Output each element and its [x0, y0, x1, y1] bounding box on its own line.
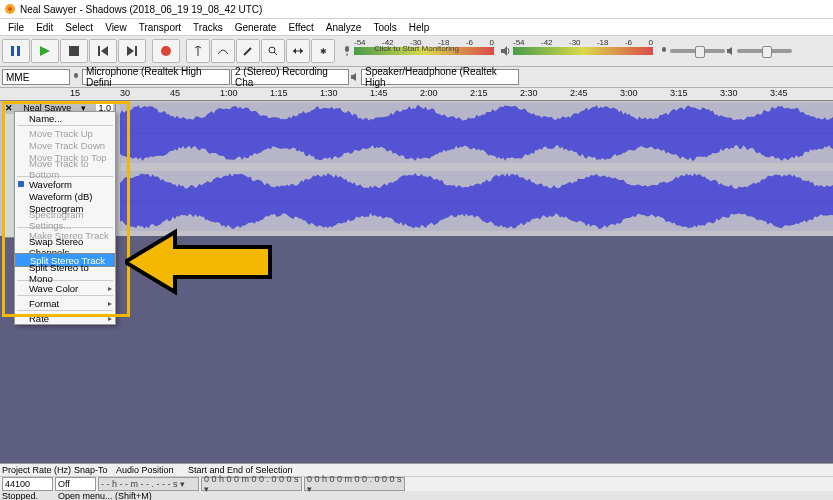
menu-edit[interactable]: Edit [30, 21, 59, 34]
host-select[interactable]: MME [2, 69, 70, 85]
menu-select[interactable]: Select [59, 21, 99, 34]
play-vol-icon [726, 46, 736, 56]
track-dropdown-menu: Name...Move Track UpMove Track DownMove … [14, 111, 116, 325]
timeline-mark: 30 [120, 88, 130, 98]
timeline-mark: 2:30 [520, 88, 538, 98]
track-area: ✕Neal Sawye▾1.0 Name...Move Track UpMove… [0, 101, 833, 500]
svg-rect-2 [11, 46, 14, 56]
edit-toolbar: MME Microphone (Realtek High Defini 2 (S… [0, 67, 833, 88]
zoom-tool[interactable] [261, 39, 285, 63]
timeline-mark: 1:45 [370, 88, 388, 98]
menu-item-waveform-db-[interactable]: Waveform (dB) [15, 190, 115, 202]
window-title: Neal Sawyer - Shadows (2018_06_19 19_08_… [20, 4, 262, 15]
timeline-mark: 2:00 [420, 88, 438, 98]
menu-file[interactable]: File [2, 21, 30, 34]
svg-point-10 [161, 46, 171, 56]
selection-end-field[interactable]: 0 0 h 0 0 m 0 0 . 0 0 0 s ▾ [304, 477, 405, 491]
timeline-mark: 3:30 [720, 88, 738, 98]
menu-tracks[interactable]: Tracks [187, 21, 229, 34]
empty-track-area[interactable] [0, 236, 833, 500]
menu-effect[interactable]: Effect [282, 21, 319, 34]
svg-marker-26 [351, 73, 356, 81]
timeline-mark: 2:15 [470, 88, 488, 98]
record-device-select[interactable]: Microphone (Realtek High Defini [82, 69, 230, 85]
waveform-left[interactable] [120, 103, 833, 163]
speaker-icon [500, 45, 512, 57]
menu-tools[interactable]: Tools [367, 21, 402, 34]
skip-end-button[interactable] [118, 39, 146, 63]
status-bar: Project Rate (Hz) Snap-To Audio Position… [0, 463, 833, 500]
menu-view[interactable]: View [99, 21, 133, 34]
speaker-icon [350, 72, 360, 82]
svg-marker-18 [300, 48, 303, 54]
svg-rect-23 [662, 47, 666, 52]
play-button[interactable] [31, 39, 59, 63]
status-state: Stopped. [2, 491, 38, 500]
selection-tool[interactable] [186, 39, 210, 63]
menu-item-wave-color[interactable]: Wave Color▸ [15, 282, 115, 294]
timeshift-tool[interactable] [286, 39, 310, 63]
timeline-mark: 45 [170, 88, 180, 98]
selection-start-field[interactable]: 0 0 h 0 0 m 0 0 . 0 0 0 s ▾ [201, 477, 302, 491]
audio-position-field[interactable]: - - h - - m - - . - - - s ▾ [98, 477, 199, 491]
record-button[interactable] [152, 39, 180, 63]
menu-item-move-track-down: Move Track Down [15, 139, 115, 151]
mic-vol-icon [659, 46, 669, 56]
playback-meter[interactable]: -54-42-30-18-60 [513, 47, 653, 55]
menu-item-waveform[interactable]: Waveform [15, 178, 115, 190]
multi-tool[interactable]: ✱ [311, 39, 335, 63]
waveform-right[interactable] [120, 171, 833, 231]
timeline-mark: 15 [70, 88, 80, 98]
menu-analyze[interactable]: Analyze [320, 21, 368, 34]
timeline-mark: 3:15 [670, 88, 688, 98]
menu-item-move-track-to-bottom: Move Track to Bottom [15, 163, 115, 175]
timeline-mark: 2:45 [570, 88, 588, 98]
status-hint: Open menu... (Shift+M) [58, 491, 152, 500]
skip-start-button[interactable] [89, 39, 117, 63]
svg-text:✱: ✱ [320, 47, 327, 56]
envelope-tool[interactable] [211, 39, 235, 63]
timeline-ruler[interactable]: 1530451:001:151:301:452:002:152:302:453:… [0, 88, 833, 101]
snap-label: Snap-To [74, 465, 114, 475]
playback-volume-slider[interactable] [737, 49, 792, 53]
monitor-hint: Click to Start Monitoring [374, 44, 459, 53]
timeline-mark: 1:15 [270, 88, 288, 98]
record-volume-slider[interactable] [670, 49, 725, 53]
menu-item-split-stereo-to-mono[interactable]: Split Stereo to Mono [15, 267, 115, 279]
mic-icon [71, 72, 81, 82]
menu-generate[interactable]: Generate [229, 21, 283, 34]
menu-item-rate[interactable]: Rate▸ [15, 312, 115, 324]
record-meter[interactable]: -54-42-30-18-60 Click to Start Monitorin… [354, 47, 494, 55]
menu-item-format[interactable]: Format▸ [15, 297, 115, 309]
transport-toolbar: ✱ -54-42-30-18-60 Click to Start Monitor… [0, 36, 833, 67]
track-close-icon[interactable]: ✕ [5, 103, 13, 113]
app-logo-icon [4, 3, 16, 15]
svg-rect-3 [17, 46, 20, 56]
svg-rect-9 [135, 46, 137, 56]
timeline-mark: 1:30 [320, 88, 338, 98]
timeline-mark: 1:00 [220, 88, 238, 98]
svg-marker-22 [501, 46, 507, 56]
draw-tool[interactable] [236, 39, 260, 63]
playback-device-select[interactable]: Speaker/Headphone (Realtek High [361, 69, 519, 85]
svg-rect-20 [345, 46, 349, 52]
snap-select[interactable]: Off [55, 477, 96, 491]
menu-item-spectrogram-settings-: Spectrogram Settings... [15, 214, 115, 226]
pause-button[interactable] [2, 39, 30, 63]
svg-rect-5 [69, 46, 79, 56]
stop-button[interactable] [60, 39, 88, 63]
channels-select[interactable]: 2 (Stereo) Recording Cha [231, 69, 349, 85]
svg-marker-7 [101, 46, 108, 56]
svg-marker-24 [727, 47, 732, 55]
svg-point-1 [8, 7, 12, 11]
menu-help[interactable]: Help [403, 21, 436, 34]
menu-item-swap-stereo-channels[interactable]: Swap Stereo Channels [15, 241, 115, 253]
menu-item-name-[interactable]: Name... [15, 112, 115, 124]
menu-transport[interactable]: Transport [133, 21, 187, 34]
project-rate-select[interactable]: 44100 [2, 477, 53, 491]
mic-icon [341, 45, 353, 57]
timeline-mark: 3:00 [620, 88, 638, 98]
svg-marker-4 [40, 46, 50, 56]
svg-rect-25 [74, 73, 78, 78]
svg-line-15 [274, 52, 277, 55]
